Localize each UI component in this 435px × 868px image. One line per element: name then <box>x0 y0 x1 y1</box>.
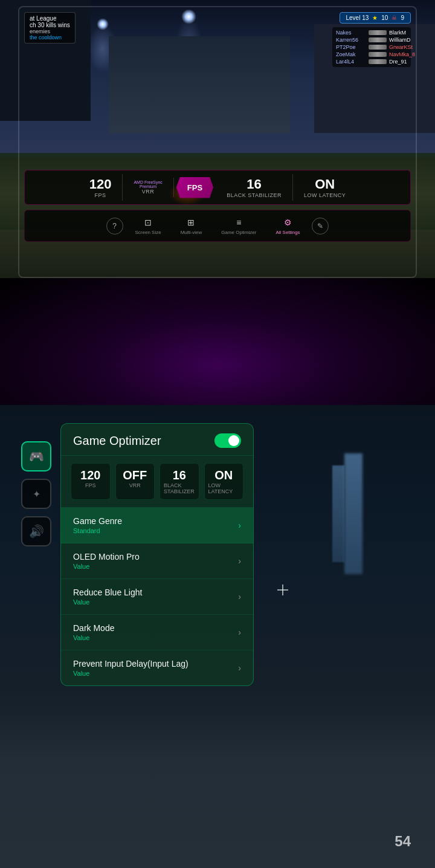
crosshair <box>277 584 289 596</box>
dark-mode-content: Dark Mode Value <box>73 623 114 641</box>
panel-vrr-stat: OFF VRR <box>115 463 155 500</box>
multi-view-icon: ⊞ <box>185 216 197 228</box>
panel-bs-value: 16 <box>173 468 186 482</box>
fps-label: FPS <box>95 192 106 198</box>
hud-left-info: at League ch 30 kills wins enemies the c… <box>24 12 76 44</box>
input-delay-value: Value <box>73 670 188 677</box>
table-row: Nakes BlarkM <box>336 29 407 36</box>
sidebar-audio-button[interactable]: 🔊 <box>21 516 51 546</box>
reduce-blue-light-value: Value <box>73 598 142 606</box>
dark-mode-value: Value <box>73 634 114 641</box>
screen-size-button[interactable]: ⊡ Screen Size <box>128 214 169 238</box>
gamepad-icon: 🎮 <box>29 449 44 464</box>
match-text-2: ch 30 kills wins <box>30 22 70 28</box>
vrr-label: VRR <box>142 189 155 195</box>
star-icon: ★ <box>372 15 378 21</box>
edit-button[interactable]: ✎ <box>312 218 329 235</box>
black-stabilizer-stat: 16 Black Stabilizer <box>216 174 293 201</box>
effects-icon: ✦ <box>33 488 40 500</box>
ll-value: ON <box>315 177 335 192</box>
waterfall-2 <box>332 465 344 562</box>
oled-motion-arrow: › <box>238 556 241 566</box>
match-text-4: the cooldown <box>30 34 70 40</box>
dark-mode-item[interactable]: Dark Mode Value › <box>61 615 253 650</box>
sidebar-gamepad-button[interactable]: 🎮 <box>21 441 51 471</box>
panel-vrr-value: OFF <box>123 468 147 482</box>
ammo-counter: 54 <box>395 833 411 850</box>
ll-label: Low Latency <box>304 192 346 198</box>
fps-value: 120 <box>89 177 112 192</box>
fps-badge-text: FPS <box>187 183 202 192</box>
multi-view-label: Multi-view <box>181 230 202 235</box>
panel-fps-label: FPS <box>85 482 96 488</box>
panel-title: Game Optimizer <box>73 434 161 448</box>
gun-icon <box>369 45 387 50</box>
skull-count: 9 <box>401 15 404 21</box>
game-optimizer-button[interactable]: ≡ Game Optimizer <box>214 214 263 238</box>
reduce-blue-light-content: Reduce Blue Light Value <box>73 588 142 606</box>
panel-stats-row: 120 FPS OFF VRR 16 Black Stabilizer ON L… <box>61 456 253 508</box>
oled-motion-item[interactable]: OLED Motion Pro Value › <box>61 543 253 579</box>
input-delay-content: Prevent Input Delay(Input Lag) Value <box>73 659 188 677</box>
bottom-game-section: 🎮 ✦ 🔊 Game Optimizer 120 FPS OFF VRR <box>0 405 435 868</box>
sidebar-effects-button[interactable]: ✦ <box>21 479 51 509</box>
menu-bar: ? ⊡ Screen Size ⊞ Multi-view ≡ Game Opti… <box>24 210 411 242</box>
dark-mode-title: Dark Mode <box>73 623 114 633</box>
waterfall-1 <box>344 453 362 574</box>
divider-section <box>0 278 435 423</box>
game-genre-item[interactable]: Game Genre Standard › <box>61 508 253 543</box>
ruins-floor <box>0 687 435 868</box>
game-genre-arrow: › <box>238 520 241 530</box>
level-text: Level 13 <box>346 15 369 21</box>
optimizer-toggle[interactable] <box>214 433 241 448</box>
panel-ll-stat: ON Low Latency <box>204 463 244 500</box>
all-settings-icon: ⚙ <box>282 216 294 228</box>
skull-icon: ☠ <box>392 15 397 21</box>
freesync-sublabel: AMD FreeSync <box>134 180 162 184</box>
hud-bottom: 120 FPS AMD FreeSync Premium VRR FPS 16 … <box>24 170 411 242</box>
help-button[interactable]: ? <box>106 218 123 235</box>
table-row: Lar4lL4 Dre_91 <box>336 58 407 65</box>
panel-ll-value: ON <box>214 468 233 482</box>
input-delay-item[interactable]: Prevent Input Delay(Input Lag) Value › <box>61 650 253 685</box>
audio-icon: 🔊 <box>29 524 44 539</box>
game-genre-value: Standard <box>73 527 122 534</box>
reduce-blue-light-item[interactable]: Reduce Blue Light Value › <box>61 579 253 615</box>
gun-icon <box>369 52 387 57</box>
match-text-3: enemies <box>30 28 70 34</box>
hud-top: at League ch 30 kills wins enemies the c… <box>24 12 411 67</box>
screen-size-icon: ⊡ <box>142 216 154 228</box>
game-genre-title: Game Genre <box>73 516 122 526</box>
game-optimizer-panel: Game Optimizer 120 FPS OFF VRR 16 Black … <box>60 423 254 686</box>
stats-bar: 120 FPS AMD FreeSync Premium VRR FPS 16 … <box>24 170 411 205</box>
gun-icon <box>369 37 387 42</box>
multi-view-button[interactable]: ⊞ Multi-view <box>173 214 210 238</box>
all-settings-button[interactable]: ⚙ All Settings <box>268 214 307 238</box>
top-game-section: at League ch 30 kills wins enemies the c… <box>0 0 435 278</box>
game-optimizer-icon: ≡ <box>233 216 245 228</box>
optimizer-menu-items: Game Genre Standard › OLED Motion Pro Va… <box>61 508 253 685</box>
panel-fps-stat: 120 FPS <box>71 463 111 500</box>
panel-bs-label: Black Stabilizer <box>164 482 195 494</box>
gun-icon <box>369 30 387 35</box>
low-latency-stat: ON Low Latency <box>293 174 356 201</box>
oled-motion-value: Value <box>73 563 140 570</box>
table-row: PT2Poe GrwarKSt <box>336 44 407 51</box>
left-sidebar: 🎮 ✦ 🔊 <box>18 441 54 546</box>
player-list: Nakes BlarkM Karren56 WilliamD PT2Poe Gr… <box>332 27 411 67</box>
oled-motion-title: OLED Motion Pro <box>73 552 140 562</box>
game-optimizer-label: Game Optimizer <box>221 230 256 235</box>
game-genre-content: Game Genre Standard <box>73 516 122 534</box>
reduce-blue-light-arrow: › <box>238 592 241 601</box>
table-row: Karren56 WilliamD <box>336 36 407 44</box>
crosshair-vertical <box>282 585 283 595</box>
fps-center-badge: FPS <box>176 177 213 198</box>
panel-header: Game Optimizer <box>61 424 253 456</box>
vrr-stat: AMD FreeSync Premium VRR <box>123 178 173 197</box>
bs-label: Black Stabilizer <box>227 192 282 198</box>
panel-bs-stat: 16 Black Stabilizer <box>160 463 199 500</box>
table-row: ZoeMak NavMka_8 <box>336 51 407 58</box>
hud-right: Level 13 ★ 10 ☠ 9 Nakes BlarkM Karren56 <box>332 12 411 67</box>
input-delay-title: Prevent Input Delay(Input Lag) <box>73 659 188 669</box>
game-scene: at League ch 30 kills wins enemies the c… <box>0 0 435 278</box>
